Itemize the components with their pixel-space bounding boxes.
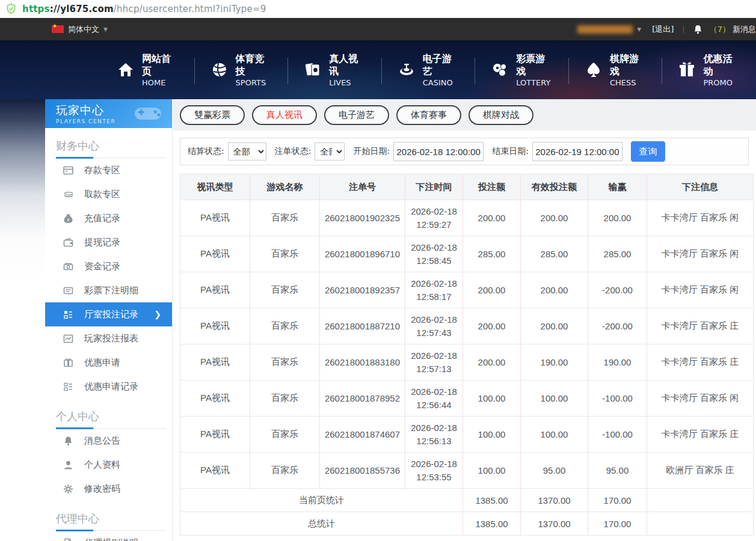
nav-label-en: PROMO — [703, 78, 740, 88]
nav-item-chess[interactable]: 棋牌游戏CHESS — [569, 53, 663, 87]
table-cell: 285.00 — [521, 236, 588, 272]
url-host: ://yl675.com — [50, 4, 114, 14]
deposit-icon — [63, 165, 73, 176]
tab-真人视讯[interactable]: 真人视讯 — [252, 105, 317, 125]
sidebar-item-个人资料[interactable]: 个人资料 — [45, 453, 172, 477]
withdraw-icon — [63, 189, 73, 200]
table-cell: 卡卡湾厅 百家乐 庄 — [647, 344, 754, 381]
table-cell: 260218001892357 — [320, 272, 405, 308]
message-count[interactable]: （7） — [710, 24, 730, 35]
home-icon — [117, 61, 135, 79]
funds-icon — [63, 261, 73, 272]
password-icon — [63, 484, 73, 494]
url-scheme: https — [22, 4, 50, 14]
table-cell: 260218001902325 — [320, 200, 405, 236]
language-caret-icon[interactable]: ▼ — [103, 26, 108, 32]
nav-label-zh: 优惠活动 — [703, 52, 740, 78]
logout-link[interactable]: [退出] — [652, 24, 674, 35]
casino-icon — [398, 61, 416, 79]
tab-体育赛事[interactable]: 体育赛事 — [396, 105, 461, 125]
sidebar-item-厅室投注记录[interactable]: 厅室投注记录❯ — [45, 302, 172, 326]
summary-label: 当前页统计 — [180, 489, 463, 512]
search-button[interactable]: 查询 — [631, 141, 665, 162]
sidebar-item-label: 优惠申请记录 — [84, 381, 138, 393]
table-cell: 百家乐 — [250, 381, 320, 417]
lottery-icon — [491, 61, 509, 79]
table-cell: 2026-02-1812:57:43 — [405, 308, 463, 344]
sidebar-section-header: 代理中心 — [45, 501, 172, 531]
table-cell: 260218001887210 — [320, 308, 405, 344]
table-cell: 200.00 — [521, 272, 588, 308]
settle-status-select[interactable]: 全部 — [228, 142, 266, 160]
start-date-label: 开始日期: — [353, 146, 390, 157]
sidebar-item-提现记录[interactable]: 提现记录 — [45, 230, 172, 254]
order-status-select[interactable]: 全部 — [315, 142, 345, 160]
language-selector[interactable]: 简体中文 — [68, 24, 99, 35]
summary-empty-cell — [647, 489, 754, 512]
secure-shield-icon — [6, 4, 16, 14]
table-cell: PA视讯 — [180, 272, 250, 308]
category-tabstrip: 雙赢彩票真人视讯电子游艺体育赛事棋牌对战 — [173, 99, 756, 130]
sidebar-item-label: 修改密码 — [84, 483, 120, 495]
promo-apply-icon — [63, 358, 73, 368]
sidebar-item-代理规则说明[interactable]: 代理规则说明 — [45, 531, 172, 541]
sidebar-item-优惠申请[interactable]: 优惠申请 — [45, 350, 172, 374]
nav-item-promo[interactable]: 优惠活动PROMO — [662, 53, 756, 87]
table-row: PA视讯百家乐2602180018557362026-02-1812:53:55… — [180, 453, 754, 489]
table-cell: 200.00 — [463, 308, 521, 344]
sidebar-item-彩票下注明细[interactable]: 彩票下注明细 — [45, 278, 172, 302]
table-cell: 2026-02-1812:57:13 — [405, 344, 463, 381]
svg-text:¥: ¥ — [67, 217, 70, 222]
sidebar-item-label: 资金记录 — [84, 261, 120, 272]
summary-empty-cell — [647, 512, 754, 536]
summary-value: 1370.00 — [521, 489, 588, 512]
table-cell: 百家乐 — [250, 236, 320, 272]
start-date-input[interactable] — [393, 142, 484, 161]
nav-item-casino[interactable]: 电子游艺CASINO — [382, 53, 476, 87]
message-label[interactable]: 新消息 — [733, 24, 756, 35]
table-cell: PA视讯 — [180, 308, 250, 344]
table-cell: 285.00 — [588, 236, 647, 272]
nav-label-zh: 真人视讯 — [329, 52, 366, 78]
notification-bell-icon[interactable] — [693, 25, 702, 34]
sidebar-item-取款专区[interactable]: 取款专区 — [45, 182, 172, 206]
sidebar-item-资金记录[interactable]: 资金记录 — [45, 254, 172, 278]
sidebar-item-消息公告[interactable]: 消息公告 — [45, 429, 172, 453]
user-caret-icon[interactable]: ▼ — [637, 26, 641, 32]
table-cell: 卡卡湾厅 百家乐 闲 — [647, 200, 754, 236]
nav-label-en: CHESS — [610, 78, 647, 88]
column-header: 视讯类型 — [180, 174, 250, 200]
table-cell: 190.00 — [588, 344, 647, 381]
recharge-icon: ¥ — [63, 213, 73, 224]
china-flag-icon — [52, 25, 64, 33]
address-text[interactable]: https://yl675.com/hhcp/usercenter.html?i… — [22, 4, 266, 14]
agent-rules-icon — [63, 538, 73, 541]
column-header: 下注时间 — [405, 174, 463, 200]
sidebar-item-玩家投注报表[interactable]: 玩家投注报表 — [45, 326, 172, 350]
table-cell: 百家乐 — [250, 344, 320, 381]
end-date-input[interactable] — [532, 142, 622, 161]
sidebar-item-存款专区[interactable]: 存款专区 — [45, 158, 172, 182]
sidebar-item-优惠申请记录[interactable]: 优惠申请记录 — [45, 374, 172, 399]
nav-item-sports[interactable]: 体育竞技SPORTS — [195, 53, 289, 87]
username-redacted[interactable] — [577, 25, 633, 34]
summary-value: 1385.00 — [463, 489, 521, 512]
lottery-detail-icon — [63, 286, 73, 296]
table-cell: -200.00 — [588, 272, 647, 308]
table-row: PA视讯百家乐2602180018789522026-02-1812:56:44… — [180, 381, 754, 417]
table-cell: PA视讯 — [180, 453, 250, 489]
sidebar-item-充值记录[interactable]: ¥充值记录 — [45, 206, 172, 230]
table-cell: 95.00 — [588, 453, 647, 489]
summary-row: 当前页统计1385.001370.00170.00 — [180, 489, 754, 512]
nav-label-zh: 体育竞技 — [236, 52, 273, 78]
tab-电子游艺[interactable]: 电子游艺 — [324, 105, 389, 125]
sidebar-item-修改密码[interactable]: 修改密码 — [45, 477, 172, 501]
sidebar-section-header: 财务中心 — [45, 128, 172, 158]
tab-棋牌对战[interactable]: 棋牌对战 — [469, 105, 533, 125]
table-cell: PA视讯 — [180, 344, 250, 381]
nav-item-home[interactable]: 网站首页HOME — [101, 53, 195, 87]
nav-item-lottery[interactable]: 彩票游戏LOTTERY — [475, 53, 569, 87]
table-cell: 百家乐 — [250, 453, 320, 489]
nav-item-lives[interactable]: 真人视讯LIVES — [288, 53, 382, 87]
tab-雙赢彩票[interactable]: 雙赢彩票 — [180, 105, 245, 125]
